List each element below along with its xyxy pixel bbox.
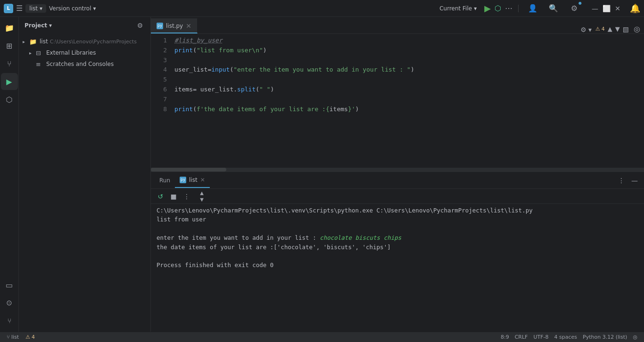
warning-status-count: 4 [32, 334, 35, 340]
current-file-chevron: ▾ [474, 5, 477, 12]
scroll-down-btn[interactable]: ▼ [196, 196, 207, 203]
project-sidebar: Project ▾ ⚙ ▸ 📁 list C:\Users\Lenovo\Pyc… [19, 17, 151, 332]
search-icon[interactable]: 🔍 [545, 0, 562, 17]
project-dropdown-icon: ▾ [40, 5, 42, 12]
horizontal-scrollbar[interactable] [151, 168, 644, 171]
tab-file-icon: py [157, 23, 163, 29]
sidebar-item-run[interactable]: ▶ [1, 73, 18, 90]
sidebar-header: Project ▾ ⚙ [19, 17, 150, 34]
scrollbar-thumb [151, 168, 226, 171]
editor-tab-bar: py list.py ✕ ⚙ ▾ ⚠ 4 ▲ ▼ ▧ ◎ [151, 17, 644, 34]
status-warnings[interactable]: ⚠ 4 [23, 334, 38, 340]
add-profile-icon[interactable]: 👤 [524, 0, 541, 17]
status-line-ending[interactable]: CRLF [512, 334, 531, 340]
term-line-4: enter the item you want to add in your l… [157, 233, 638, 242]
title-bar-right: Current File ▾ ▶ ⬡ ⋯ 👤 🔍 ⚙● — ⬜ ✕ 🔔 [322, 0, 640, 17]
code-line-8: print(f'the date items of your list are … [174, 105, 640, 114]
editor-collapse-icon[interactable]: ▲ [608, 25, 612, 33]
sidebar-title[interactable]: Project ▾ [25, 22, 52, 29]
list-tab-close[interactable]: ✕ [200, 177, 205, 183]
editor-side-icon[interactable]: ▧ [623, 25, 629, 33]
sidebar-item-git[interactable]: ⑂ [1, 55, 18, 72]
sidebar-item-plugins[interactable]: ⊞ [1, 37, 18, 54]
sidebar-item-terminal[interactable]: ▭ [1, 277, 18, 293]
editor-expand-icon[interactable]: ▼ [615, 25, 620, 33]
notifications-icon[interactable]: 🔔 [630, 3, 640, 13]
status-encoding[interactable]: UTF-8 [530, 334, 551, 340]
line-numbers: 1 2 3 4 5 6 7 8 [151, 34, 171, 168]
more-options-button[interactable]: ⋯ [505, 4, 512, 13]
term-line-6 [157, 252, 638, 261]
warning-count: 4 [602, 26, 605, 32]
warning-count-display: ⚠ 4 [595, 26, 605, 32]
rerun-button[interactable]: ↺ [155, 191, 166, 202]
more-actions-button[interactable]: ⋮ [181, 191, 192, 202]
tree-arrow-libraries: ▸ [29, 50, 36, 56]
code-editor[interactable]: 1 2 3 4 5 6 7 8 #list_by_user print("lis… [151, 34, 644, 168]
sidebar-item-todo[interactable]: ⊙ [1, 294, 18, 311]
minimize-button[interactable]: — [590, 4, 600, 13]
tab-list[interactable]: py list ✕ [175, 173, 210, 188]
version-control-btn[interactable]: Version control ▾ [49, 5, 96, 12]
code-content[interactable]: #list_by_user print("list from user\n") … [171, 34, 644, 168]
stop-button[interactable]: ■ [168, 191, 179, 202]
version-control-label: Version control [49, 5, 91, 12]
tree-item-scratches[interactable]: ▸ ≡ Scratches and Consoles [19, 58, 150, 70]
list-tab-label: list [189, 177, 198, 183]
main-area: 📁 ⊞ ⑂ ▶ ⬡ ▭ ⊙ ⑂ Project ▾ ⚙ ▸ 📁 list C:\… [0, 17, 644, 332]
line-ending-label: CRLF [515, 334, 528, 340]
tab-chevron-icon[interactable]: ▾ [588, 26, 592, 33]
position-label: 8:9 [501, 334, 509, 340]
copilot-icon[interactable]: ◎ [634, 24, 640, 33]
status-position[interactable]: 8:9 [498, 334, 512, 340]
tab-run[interactable]: Run [155, 173, 175, 188]
window-controls: — ⬜ ✕ [590, 4, 622, 13]
maximize-button[interactable]: ⬜ [602, 4, 611, 13]
panel-minimize-btn[interactable]: — [629, 175, 640, 186]
tab-settings-icon[interactable]: ⚙ [580, 26, 586, 33]
tree-item-list[interactable]: ▸ 📁 list C:\Users\Lenovo\PycharmProjects [19, 36, 150, 47]
code-line-5 [174, 75, 640, 85]
debug-button[interactable]: ⬡ [495, 4, 501, 13]
close-button[interactable]: ✕ [613, 4, 622, 13]
status-git[interactable]: ⑂ list [4, 334, 22, 340]
indent-label: 4 spaces [554, 334, 578, 340]
run-button[interactable]: ▶ [484, 3, 491, 13]
code-line-3 [174, 56, 640, 65]
sidebar-item-folder[interactable]: 📁 [1, 19, 18, 36]
sidebar-action-gear[interactable]: ⚙ [135, 21, 145, 30]
sidebar-item-git-bottom[interactable]: ⑂ [1, 312, 18, 329]
status-bar: ⑂ list ⚠ 4 8:9 CRLF UTF-8 4 spaces Pytho… [0, 332, 644, 342]
sidebar-actions: ⚙ [135, 21, 145, 30]
term-line-7: Process finished with exit code 0 [157, 261, 638, 269]
hamburger-icon[interactable]: ☰ [16, 4, 23, 13]
status-indent[interactable]: 4 spaces [552, 334, 580, 340]
settings-icon[interactable]: ⚙● [566, 0, 583, 17]
activity-bar: 📁 ⊞ ⑂ ▶ ⬡ ▭ ⊙ ⑂ [0, 17, 19, 332]
panel-more-btn[interactable]: ⋮ [616, 175, 627, 186]
scroll-up-btn[interactable]: ▲ [196, 190, 207, 196]
panel-actions: ⋮ — [616, 175, 640, 186]
scratches-icon: ≡ [36, 61, 44, 68]
app-icon[interactable]: L [4, 4, 13, 13]
git-branch-icon: ⑂ [7, 334, 10, 340]
term-line-5: the date items of your list are :['choco… [157, 243, 638, 252]
run-tab-label: Run [159, 177, 170, 184]
scroll-arrows: ▲ ▼ [196, 190, 207, 203]
sidebar-item-layers[interactable]: ⬡ [1, 91, 18, 108]
interpreter-label: Python 3.12 (list) [583, 334, 627, 340]
status-project: list [11, 334, 19, 340]
tab-label: list.py [166, 23, 183, 29]
code-line-4: user_list=input("enter the item you want… [174, 65, 640, 75]
editor-tab-list-py[interactable]: py list.py ✕ [151, 18, 198, 33]
status-interpreter[interactable]: Python 3.12 (list) [580, 334, 630, 340]
project-name-btn[interactable]: list ▾ [25, 4, 46, 13]
current-file-btn[interactable]: Current File ▾ [436, 4, 480, 13]
tree-item-external-libraries[interactable]: ▸ ⊟ External Libraries [19, 47, 150, 58]
editor-area: py list.py ✕ ⚙ ▾ ⚠ 4 ▲ ▼ ▧ ◎ [151, 17, 644, 332]
tab-bar-actions: ⚙ ▾ [577, 26, 595, 33]
tab-close-icon[interactable]: ✕ [186, 22, 191, 30]
panel-tab-bar: Run py list ✕ ⋮ — [151, 172, 644, 189]
project-tree: ▸ 📁 list C:\Users\Lenovo\PycharmProjects… [19, 34, 150, 72]
status-copilot-icon[interactable]: ◎ [630, 334, 640, 340]
